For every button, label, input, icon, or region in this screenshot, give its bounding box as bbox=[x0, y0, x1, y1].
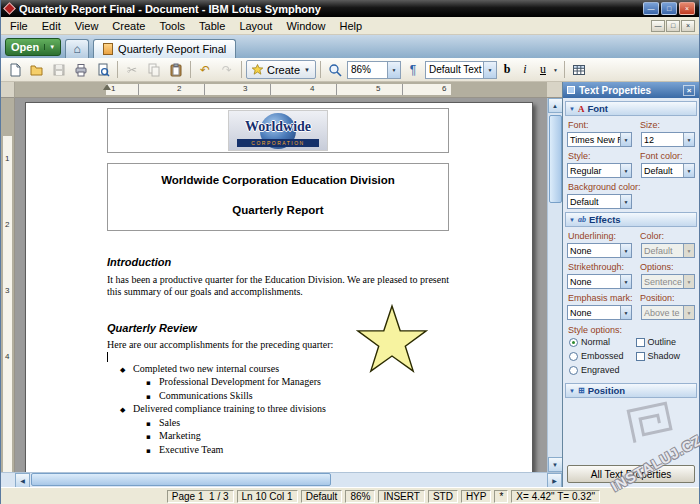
chevron-down-icon[interactable]: ▼ bbox=[620, 275, 631, 288]
font-size-select[interactable]: 12▼ bbox=[641, 132, 695, 147]
status-page[interactable]: Page 1 1 / 3 bbox=[167, 490, 234, 503]
underline-options-icon[interactable]: ▼ bbox=[553, 67, 560, 73]
menu-edit[interactable]: Edit bbox=[35, 19, 68, 33]
menu-tools[interactable]: Tools bbox=[152, 19, 192, 33]
chevron-down-icon[interactable]: ▼ bbox=[620, 195, 631, 208]
create-button[interactable]: Create ▼ bbox=[246, 60, 316, 79]
radio-engraved[interactable]: Engraved bbox=[569, 365, 624, 375]
chevron-down-icon[interactable]: ▼ bbox=[620, 306, 631, 319]
status-zoom[interactable]: 86% bbox=[345, 490, 375, 503]
strikethrough-label: Strikethrough: bbox=[568, 262, 640, 272]
scroll-up-button[interactable]: ▲ bbox=[548, 98, 563, 113]
radio-normal[interactable]: Normal bbox=[569, 337, 624, 347]
status-selection-mode[interactable]: STD bbox=[428, 490, 458, 503]
document-subtitle: Quarterly Report bbox=[112, 203, 444, 218]
list-item: ▪Sales bbox=[107, 417, 449, 431]
zoom-select[interactable]: 86% ▼ bbox=[347, 61, 401, 79]
menu-layout[interactable]: Layout bbox=[232, 19, 279, 33]
status-page-style[interactable]: Default bbox=[301, 490, 343, 503]
status-insert-mode[interactable]: INSERT bbox=[378, 490, 425, 503]
scroll-down-button[interactable]: ▼ bbox=[548, 457, 563, 472]
copy-button[interactable] bbox=[144, 60, 164, 80]
star-shape[interactable] bbox=[353, 303, 431, 377]
indent-marker[interactable] bbox=[103, 84, 111, 90]
horizontal-scrollbar[interactable]: ◀ ▶ bbox=[1, 472, 562, 487]
strikethrough-select[interactable]: None▼ bbox=[567, 274, 632, 289]
background-color-select[interactable]: Default▼ bbox=[567, 194, 632, 209]
star-polygon[interactable] bbox=[358, 306, 426, 371]
formatting-marks-button[interactable]: ¶ bbox=[403, 60, 423, 80]
paste-button[interactable] bbox=[166, 60, 186, 80]
open-file-button[interactable] bbox=[27, 60, 47, 80]
zoom-button[interactable] bbox=[325, 60, 345, 80]
close-button[interactable]: × bbox=[679, 2, 695, 15]
effects-section-header[interactable]: ▼ ab Effects bbox=[565, 212, 697, 227]
chevron-down-icon[interactable]: ▼ bbox=[387, 62, 400, 78]
chevron-down-icon[interactable]: ▼ bbox=[483, 62, 496, 78]
font-section-header[interactable]: ▼ A Font bbox=[565, 101, 697, 116]
vertical-ruler[interactable]: 1 2 3 4 bbox=[1, 98, 15, 472]
save-button[interactable] bbox=[49, 60, 69, 80]
paragraph-style-select[interactable]: Default Text ▼ bbox=[425, 61, 497, 79]
font-family-select[interactable]: Times New Roma▼ bbox=[567, 132, 632, 147]
vertical-scrollbar[interactable]: ▲ ▼ bbox=[547, 98, 562, 472]
new-document-button[interactable] bbox=[5, 60, 25, 80]
checkbox-shadow[interactable]: Shadow bbox=[636, 351, 681, 361]
doc-restore-button[interactable]: □ bbox=[666, 20, 680, 32]
scroll-right-button[interactable]: ▶ bbox=[547, 473, 562, 488]
vertical-scroll-thumb[interactable] bbox=[549, 115, 562, 203]
horizontal-ruler[interactable]: 1 2 3 4 5 6 bbox=[15, 82, 547, 98]
chevron-down-icon[interactable]: ▼ bbox=[620, 164, 631, 177]
italic-button[interactable]: i bbox=[517, 61, 533, 79]
doc-minimize-button[interactable]: — bbox=[651, 20, 665, 32]
menu-table[interactable]: Table bbox=[192, 19, 232, 33]
scroll-left-button[interactable]: ◀ bbox=[15, 473, 30, 488]
doc-close-button[interactable]: × bbox=[681, 20, 695, 32]
menu-window[interactable]: Window bbox=[279, 19, 332, 33]
underlining-select[interactable]: None▼ bbox=[567, 243, 632, 258]
status-line-col[interactable]: Ln 10 Col 1 bbox=[237, 490, 298, 503]
home-tab[interactable]: ⌂ bbox=[65, 39, 89, 58]
bullet-icon: ▪ bbox=[146, 392, 159, 404]
menu-help[interactable]: Help bbox=[333, 19, 370, 33]
chevron-down-icon[interactable]: ▼ bbox=[620, 244, 631, 257]
undo-button[interactable]: ↶ bbox=[195, 60, 215, 80]
chevron-down-icon[interactable]: ▼ bbox=[683, 164, 694, 177]
font-color-label: Font color: bbox=[640, 151, 694, 161]
print-preview-button[interactable] bbox=[93, 60, 113, 80]
status-hyperlink-mode[interactable]: HYP bbox=[461, 490, 492, 503]
print-button[interactable] bbox=[71, 60, 91, 80]
all-text-properties-button[interactable]: All Text Properties bbox=[567, 465, 695, 483]
title-frame[interactable]: Worldwide Corporation Education Division… bbox=[107, 163, 449, 231]
table-button[interactable] bbox=[569, 60, 589, 80]
font-style-select[interactable]: Regular▼ bbox=[567, 163, 632, 178]
menu-view[interactable]: View bbox=[68, 19, 106, 33]
maximize-button[interactable]: □ bbox=[661, 2, 677, 15]
horizontal-scroll-thumb[interactable] bbox=[31, 473, 331, 486]
chevron-down-icon[interactable]: ▼ bbox=[44, 44, 55, 50]
checkbox-outline[interactable]: Outline bbox=[636, 337, 681, 347]
document-page[interactable]: Worldwide CORPORATION Worldwide Corporat… bbox=[25, 102, 533, 472]
radio-embossed[interactable]: Embossed bbox=[569, 351, 624, 361]
redo-button[interactable]: ↷ bbox=[217, 60, 237, 80]
cut-button[interactable]: ✂ bbox=[122, 60, 142, 80]
open-button[interactable]: Open ▼ bbox=[5, 38, 61, 56]
menu-file[interactable]: File bbox=[3, 19, 35, 33]
menu-create[interactable]: Create bbox=[105, 19, 152, 33]
style-options-label: Style options: bbox=[563, 320, 699, 337]
underline-color-select: Default▼ bbox=[641, 243, 695, 258]
chevron-down-icon[interactable]: ▼ bbox=[683, 133, 694, 146]
underline-button[interactable]: u bbox=[535, 61, 551, 79]
position-section-header[interactable]: ▼ ⊞ Position bbox=[565, 383, 697, 398]
minimize-button[interactable]: — bbox=[643, 2, 659, 15]
logo-frame[interactable]: Worldwide CORPORATION bbox=[107, 108, 449, 153]
chevron-down-icon[interactable]: ▼ bbox=[620, 133, 631, 146]
emphasis-mark-select[interactable]: None▼ bbox=[567, 305, 632, 320]
undo-icon: ↶ bbox=[200, 64, 210, 76]
chevron-down-icon: ▼ bbox=[683, 244, 694, 257]
panel-close-button[interactable]: × bbox=[683, 85, 695, 96]
tab-quarterly-report-final[interactable]: Quarterly Report Final bbox=[93, 39, 236, 58]
ruler-corner[interactable] bbox=[1, 82, 15, 98]
font-color-select[interactable]: Default▼ bbox=[641, 163, 695, 178]
bold-button[interactable]: b bbox=[499, 61, 515, 79]
